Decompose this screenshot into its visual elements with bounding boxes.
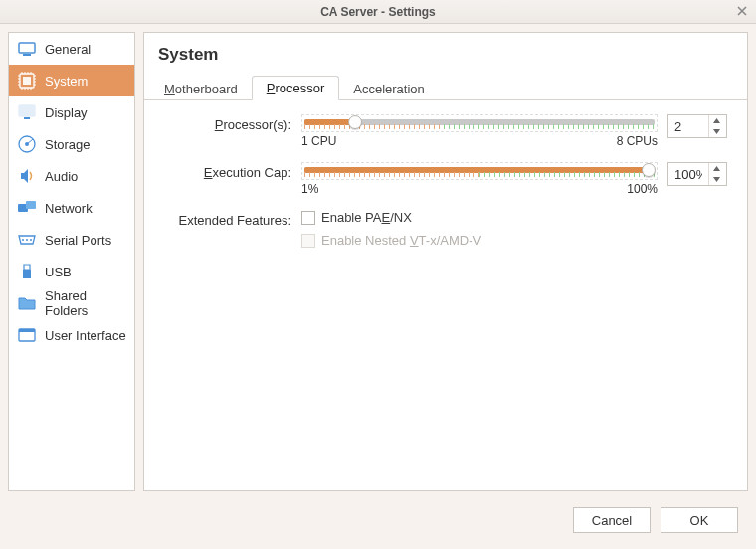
page-title: System: [144, 33, 747, 73]
svg-point-12: [30, 239, 32, 241]
checkbox-icon[interactable]: [301, 211, 315, 225]
slider-thumb[interactable]: [348, 115, 362, 129]
sidebar-item-ui[interactable]: User Interface: [9, 319, 134, 351]
folder-icon: [17, 293, 37, 313]
ui-icon: [17, 325, 37, 345]
execcap-label: Execution Cap:: [164, 162, 291, 180]
checkbox-icon: [301, 234, 315, 248]
sidebar-item-network[interactable]: Network: [9, 192, 134, 224]
processor-row: Processor(s): 1 CPU 8 CPUs: [164, 114, 727, 148]
execcap-value[interactable]: [668, 163, 708, 185]
execcap-max: 100%: [627, 182, 658, 196]
sidebar-item-label: Shared Folders: [45, 288, 126, 318]
spin-up-icon[interactable]: [709, 163, 724, 174]
svg-point-11: [26, 239, 28, 241]
nested-label: Enable Nested VT-x/AMD-V: [321, 233, 481, 248]
network-icon: [17, 198, 37, 218]
sidebar-item-shared[interactable]: Shared Folders: [9, 287, 134, 319]
ok-button[interactable]: OK: [661, 507, 738, 533]
sidebar-item-label: System: [45, 74, 88, 89]
tab-acceleration[interactable]: Acceleration: [339, 78, 439, 100]
sidebar-item-label: Display: [45, 105, 88, 120]
main-panel: System Motherboard Processor Acceleratio…: [143, 32, 748, 491]
processor-spin[interactable]: [667, 114, 727, 138]
svg-rect-1: [23, 54, 31, 56]
sidebar-item-label: General: [45, 42, 91, 57]
sidebar-item-system[interactable]: System: [9, 65, 134, 96]
dialog-body: General System Display Storage Audio: [0, 24, 756, 499]
usb-icon: [17, 262, 37, 281]
slider-thumb[interactable]: [642, 163, 656, 177]
processor-min: 1 CPU: [301, 134, 336, 148]
svg-rect-4: [19, 105, 35, 116]
processor-slider-labels: 1 CPU 8 CPUs: [301, 134, 658, 148]
execcap-spin[interactable]: [667, 162, 727, 186]
execcap-slider-col: 1% 100%: [301, 162, 658, 196]
general-icon: [17, 39, 37, 59]
titlebar: CA Server - Settings: [0, 0, 756, 24]
cancel-button[interactable]: Cancel: [573, 507, 651, 533]
sidebar-item-label: Storage: [45, 137, 91, 152]
sidebar-item-display[interactable]: Display: [9, 96, 134, 128]
execcap-min: 1%: [301, 182, 318, 196]
spin-down-icon[interactable]: [709, 126, 724, 137]
processor-label: Processor(s):: [164, 114, 291, 132]
sidebar-item-label: User Interface: [45, 328, 126, 343]
sidebar-item-label: USB: [45, 265, 72, 279]
checkbox-nested: Enable Nested VT-x/AMD-V: [301, 233, 727, 248]
features-row: Extended Features: Enable PAE/NX Enable …: [164, 210, 727, 256]
tab-motherboard[interactable]: Motherboard: [150, 78, 252, 100]
execcap-slider[interactable]: [301, 162, 658, 180]
tab-processor[interactable]: Processor: [252, 76, 340, 100]
svg-rect-5: [24, 117, 30, 119]
spin-down-icon[interactable]: [709, 174, 724, 185]
close-icon[interactable]: [734, 3, 750, 19]
svg-rect-0: [19, 43, 35, 53]
processor-value[interactable]: [668, 115, 708, 137]
svg-rect-9: [26, 201, 36, 209]
sidebar-item-label: Serial Ports: [45, 233, 111, 248]
pae-label: Enable PAE/NX: [321, 210, 412, 225]
svg-point-10: [22, 239, 24, 241]
tab-content: Processor(s): 1 CPU 8 CPUs: [144, 100, 747, 283]
sidebar-item-label: Audio: [45, 169, 78, 184]
execcap-slider-labels: 1% 100%: [301, 182, 658, 196]
sidebar-item-label: Network: [45, 201, 93, 216]
processor-slider[interactable]: [301, 114, 658, 132]
audio-icon: [17, 166, 37, 186]
svg-rect-14: [19, 329, 35, 332]
processor-slider-col: 1 CPU 8 CPUs: [301, 114, 658, 148]
storage-icon: [17, 134, 37, 154]
processor-max: 8 CPUs: [617, 134, 658, 148]
tabs: Motherboard Processor Acceleration: [144, 73, 747, 100]
sidebar-item-general[interactable]: General: [9, 33, 134, 65]
spin-up-icon[interactable]: [709, 115, 724, 126]
system-icon: [17, 71, 37, 91]
display-icon: [17, 102, 37, 122]
window-title: CA Server - Settings: [320, 5, 436, 19]
svg-rect-3: [23, 77, 31, 85]
serial-icon: [17, 230, 37, 250]
features-label: Extended Features:: [164, 210, 291, 228]
sidebar: General System Display Storage Audio: [8, 32, 135, 491]
dialog-footer: Cancel OK: [0, 499, 756, 541]
execcap-row: Execution Cap: 1% 100%: [164, 162, 727, 196]
sidebar-item-storage[interactable]: Storage: [9, 128, 134, 160]
sidebar-item-serial[interactable]: Serial Ports: [9, 224, 134, 256]
sidebar-item-audio[interactable]: Audio: [9, 160, 134, 192]
sidebar-item-usb[interactable]: USB: [9, 256, 134, 287]
checkbox-pae[interactable]: Enable PAE/NX: [301, 210, 727, 225]
